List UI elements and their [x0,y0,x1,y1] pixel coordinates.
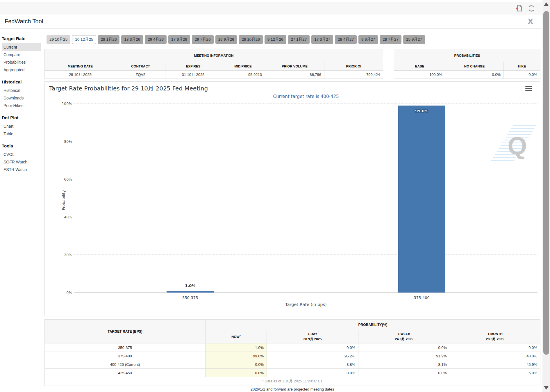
column-header-hike: HIKE [504,62,540,71]
sidebar-item-prior-hikes[interactable]: Prior Hikes [2,102,41,109]
fedwatch-tool-page: FedWatch Tool X Target Rate Current Comp… [0,0,550,392]
y-axis-tick-label: 80% [64,139,72,144]
y-gridline [74,179,538,179]
one-week-label: 1 WEEK [398,332,410,336]
one-day-date: 30 9月 2025 [303,337,322,341]
probabilities-title: PROBABILITIES [394,49,540,62]
y-axis-title: Probability [61,190,66,210]
column-header-contract: CONTRACT [116,62,165,71]
day-cell: 0.0% [267,343,358,352]
scrollbar-down-arrow-icon[interactable] [544,386,549,390]
column-header-now: NOW* [206,330,267,343]
x-axis-category-label: 350-375 [167,295,214,300]
tab-meeting-3[interactable]: 18 3月26 [121,35,143,44]
chart-context-menu-icon[interactable] [525,85,532,92]
week-cell: 91.9% [358,352,450,360]
column-header-expires: EXPIRES [165,62,221,71]
month-cell: 48.0% [450,352,540,360]
tab-meeting-5[interactable]: 17 6月26 [168,35,190,44]
refresh-icon[interactable] [527,4,535,13]
one-month-date: 29 8月 2025 [486,337,504,341]
tab-meeting-13[interactable]: 9 6月27 [358,35,378,44]
sidebar-item-chart[interactable]: Chart [2,122,41,130]
month-cell: 0.0% [450,343,540,352]
y-gridline [74,217,538,217]
column-header-no-change: NO CHANGE [445,62,504,71]
now-label: NOW [231,335,240,338]
tab-meeting-8[interactable]: 28 10月26 [239,35,262,44]
chart-title: Target Rate Probabilities for 29 10月 202… [49,85,208,92]
day-cell: 96.2% [267,352,358,360]
x-axis-category-label: 375-400 [398,295,445,300]
tab-meeting-6[interactable]: 29 7月26 [192,35,214,44]
y-axis-tick-label: 20% [64,253,72,257]
column-header-prior-oi: PRIOR OI [324,62,383,71]
sidebar-item-sofr-watch[interactable]: SOFR Watch [2,158,41,166]
rate-cell: 425-450 [45,369,206,377]
rate-cell: 350-375 [45,343,206,352]
contract-value: ZQV5 [116,71,165,79]
sidebar-heading-dot-plot: Dot Plot [2,115,44,120]
probability-bar-375-400[interactable] [398,106,445,293]
sidebar-item-table[interactable]: Table [2,130,41,138]
meeting-information-title: MEETING INFORMATION [45,49,383,62]
title-bar: FedWatch Tool X [0,15,542,28]
x-twitter-icon[interactable]: X [528,17,533,26]
tab-meeting-14[interactable]: 28 7月27 [380,35,401,44]
table-row: 425-450 0.0% 0.0% 0.0% 6.0% [45,369,540,377]
sidebar-item-estr-watch[interactable]: ESTR Watch [2,166,41,173]
now-cell: 0.0% [206,360,267,369]
rate-cell: 400-425 (Current) [45,360,206,369]
sidebar-item-compare[interactable]: Compare [2,51,41,58]
tab-meeting-12[interactable]: 28 4月27 [335,35,357,44]
sidebar-item-aggregated[interactable]: Aggregated [2,66,41,74]
watermark-q-letter: Q [508,131,527,160]
target-rate-probability-chart: Target Rate Probabilities for 29 10月 202… [44,81,540,316]
sidebar-item-downloads[interactable]: Downloads [2,94,41,102]
top-toolbar [0,2,542,15]
day-cell: 0.0% [267,369,358,377]
column-header-1-month: 1 MONTH29 8月 2025 [450,330,540,343]
week-cell: 0.0% [358,343,450,352]
y-axis-tick-label: 60% [64,177,72,181]
table-row: 375-400 99.0% 96.2% 91.9% 48.0% [45,352,540,360]
scrollbar-up-arrow-icon[interactable] [544,2,549,6]
tab-meeting-0[interactable]: 29 10月25 [47,35,70,44]
tab-meeting-4[interactable]: 29 4月26 [145,35,167,44]
export-report-icon[interactable] [515,4,523,13]
now-cell: 1.0% [206,343,267,352]
month-cell: 45.9% [450,360,540,369]
sidebar-item-probabilities[interactable]: Probabilities [2,58,41,66]
month-cell: 6.0% [450,369,540,377]
one-day-label: 1 DAY [308,332,317,336]
week-cell: 8.1% [358,360,450,369]
one-month-label: 1 MONTH [488,332,503,336]
chart-subtitle: Current target rate is 400-425 [74,94,538,99]
tab-meeting-1[interactable]: 10 12月25 [72,35,96,44]
vertical-scrollbar[interactable] [542,0,550,392]
prior-volume-value: 86,796 [265,71,324,79]
rate-cell: 375-400 [45,352,206,360]
tab-meeting-2[interactable]: 28 1月26 [98,35,120,44]
sidebar-item-historical[interactable]: Historical [2,87,41,94]
tab-meeting-7[interactable]: 16 9月26 [215,35,237,44]
sidebar-item-current[interactable]: Current [2,43,41,51]
meeting-information-table: MEETING INFORMATION MEETING DATE CONTRAC… [44,49,383,79]
table-row: 400-425 (Current) 0.0% 3.8% 8.1% 45.9% [45,360,540,369]
y-gridline [74,141,538,141]
tab-meeting-15[interactable]: 15 9月27 [403,35,425,44]
tab-meeting-9[interactable]: 9 12月26 [265,35,286,44]
one-week-date: 24 9月 2025 [395,337,413,341]
tab-meeting-10[interactable]: 27 1月27 [288,35,310,44]
probabilities-summary-table: PROBABILITIES EASE NO CHANGE HIKE 100.0%… [394,49,540,79]
scrollbar-thumb[interactable] [543,11,549,355]
projected-dates-note: 2026/1/1 and forward are projected meeti… [44,387,540,391]
now-cell: 99.0% [206,352,267,360]
quikstrike-watermark: Q [503,126,529,158]
column-header-mid-price: MID PRICE [221,62,265,71]
y-axis-tick-label: 0% [66,291,72,295]
y-axis-tick-label: 100% [62,101,72,106]
column-header-1-day: 1 DAY30 9月 2025 [267,330,358,343]
tab-meeting-11[interactable]: 17 3月27 [311,35,333,44]
sidebar-item-cvol[interactable]: CVOL [2,151,41,158]
